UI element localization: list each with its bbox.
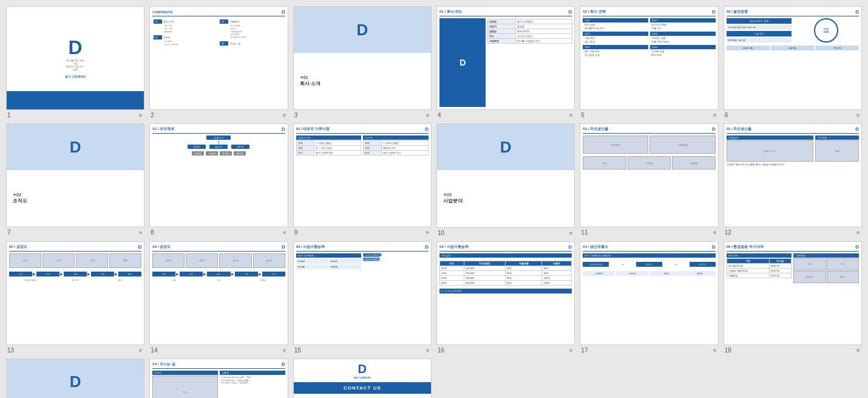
slide-20[interactable]: 04 / 오시는 길 D 위치도 지도 교통편 · 자가용: 경부고속도로 안성… <box>149 359 288 398</box>
slide-2[interactable]: CONTENTS D 01 회사 소개 · 회사 개요· 회사 연혁· 발전방향 <box>149 6 288 110</box>
slide-7-inner: D ✦02 조직도 <box>7 124 144 227</box>
products-right: 기타제품 제품 <box>815 136 859 224</box>
history-col-1: 2010 · 회사 설립· 폐기물처리업 허가 2012 · 사업 확장· 설비… <box>583 18 648 57</box>
slide-15[interactable]: 03 / 사업수행능력 D 동구그린텍(주) 처리용량 처리실적 설비현황 인력… <box>293 241 432 345</box>
slide-1[interactable]: D 폐기물 처리 전문 기업환경부 지정 우수업체 동구그린텍(주) <box>6 6 144 110</box>
dist-arrow-1: → <box>609 262 636 267</box>
slide-wrapper-7: D ✦02 조직도 7 ★ <box>6 123 144 236</box>
contents-sub-03: · 주요생산물· 공정도· 사업수행능력· 생산유통도· 환경법등 허가내역 <box>220 24 283 39</box>
slide-meta-10: 10 ★ <box>436 230 575 236</box>
slide-6[interactable]: 03 / 발전방향 D 환경 친화적 경영 지속 가능한 환경 경영 시스템 구… <box>724 6 862 110</box>
slide-meta-1: 1 ★ <box>6 112 144 118</box>
slide-4[interactable]: 01 / 회사 개요 D D 상호명동구그린텍(주) 대표자홍길동 설립일201… <box>436 6 575 110</box>
slide-18-title: 05 / 환경법등 허가내역 <box>727 244 856 250</box>
org-sub-1: 영업팀 <box>192 151 204 156</box>
slide-meta-4: 4 ★ <box>436 112 575 118</box>
slide-7[interactable]: D ✦02 조직도 <box>6 123 144 227</box>
product-label-1: 재생골재 <box>727 136 814 140</box>
slide-meta-12: 12 ★ <box>724 229 862 236</box>
proc-4: 저장 <box>91 272 114 276</box>
dir-text-1: 지속 가능한 환경 경영 시스템 구축 <box>727 25 792 30</box>
slide-17[interactable]: 04 / 생산유통도 D 동구그린텍(주) 유통경로 건설폐기물 발생 → 수집… <box>580 241 718 345</box>
slide-2-inner: CONTENTS D 01 회사 소개 · 회사 개요· 회사 연혁· 발전방향 <box>150 7 287 109</box>
slide-16-body: 처리실적 연도처리량(톤)재활용률매출액 2020120,00092%80억 2… <box>439 253 572 342</box>
slide-grid: D 폐기물 처리 전문 기업환경부 지정 우수업체 동구그린텍(주) 1 ★ C… <box>6 6 862 398</box>
slide-16-logo: D <box>569 244 572 250</box>
slide-wrapper-11: 01 / 주요생산물 D 재생골재 재활용품 원료 가공품 혼합물 11 <box>580 123 718 236</box>
slide-10-inner: D ✦03 사업분야 <box>437 124 574 227</box>
process-flow-2: 투입 ▶ 분쇄 ▶ 분리 ▶ 세척 ▶ 포장 <box>152 272 285 276</box>
blue-bar <box>7 91 144 109</box>
slide-star-15: ★ <box>425 347 430 354</box>
history-grid: 2010 · 회사 설립· 폐기물처리업 허가 2012 · 사업 확장· 설비… <box>583 18 715 57</box>
slide-15-body: 동구그린텍(주) 처리용량 처리실적 설비현황 인력현황 처리용량 500톤/일 <box>296 253 429 342</box>
product-desc: 건설폐기물 파쇄 및 선별을 통한 고품질 재생골재 생산 <box>727 163 814 166</box>
slide-star-10: ★ <box>568 230 574 236</box>
slide-4-header: 01 / 회사 개요 D <box>439 9 572 16</box>
products-layout: 재생골재 골재 이미지 건설폐기물 파쇄 및 선별을 통한 고품질 재생골재 생… <box>727 136 859 224</box>
slide-3[interactable]: D ✦01 회사 소개 <box>293 6 432 110</box>
director-2-label: 이사 B <box>363 136 429 140</box>
slide-18-logo: D <box>855 244 859 250</box>
history-text-3: · ISO 인증 취득· 우수업체 선정 <box>583 50 648 57</box>
overview-info: 상호명동구그린텍(주) 대표자홍길동 설립일2010.01.01 주소경기도 안… <box>487 18 573 107</box>
slide-num-18: 18 <box>725 347 731 354</box>
slide-9-body: 대표이사 A 학력○○대학교 졸업 경력전 ○○회사 대표 현직동구그린텍 대표… <box>296 136 429 224</box>
process-flow: 반입 ▶ 파쇄 ▶ 선별 ▶ 저장 ▶ 출하 <box>9 272 141 276</box>
slide-1-inner: D 폐기물 처리 전문 기업환경부 지정 우수업체 동구그린텍(주) <box>7 7 144 109</box>
org-node-1: 영업부 <box>188 145 206 149</box>
slide-5[interactable]: 02 / 회사 연혁 D 2010 · 회사 설립· 폐기물처리업 허가 201… <box>580 6 718 110</box>
slide-wrapper-6: 03 / 발전방향 D 환경 친화적 경영 지속 가능한 환경 경영 시스템 구… <box>724 6 862 118</box>
slide-9-header: 02 / 대표자 이력사항 D <box>296 126 429 134</box>
slide-10[interactable]: D ✦03 사업분야 <box>436 123 575 227</box>
slide-wrapper-12: 01 / 주요생산물 D 재생골재 골재 이미지 건설폐기물 파쇄 및 선별을 … <box>724 123 862 236</box>
dist-flow: 건설폐기물 발생 → 수집운반 → 중간처리 <box>583 262 715 267</box>
location-map-area: 위치도 지도 <box>152 371 218 398</box>
slide-14[interactable]: 02 / 공정도 D 설비1 설비2 설비3 설비4 투입 ▶ 분쇄 ▶ <box>149 241 288 345</box>
slide-15-title: 03 / 사업수행능력 <box>296 244 426 250</box>
slide-12[interactable]: 01 / 주요생산물 D 재생골재 골재 이미지 건설폐기물 파쇄 및 선별을 … <box>724 123 862 227</box>
slide-13-body: 반입 파쇄 선별 출하 반입 ▶ 파쇄 ▶ 선별 ▶ 저장 ▶ 출하 <box>9 253 141 342</box>
slide-meta-18: 18 ★ <box>724 347 862 354</box>
product-img-2: 재활용품 <box>649 136 715 154</box>
slide-meta-8: 8 ★ <box>149 229 288 236</box>
slide-wrapper-16: 03 / 사업수행능력 D 처리실적 연도처리량(톤)재활용률매출액 20201… <box>436 241 575 354</box>
product-side-img: 제품 <box>815 140 859 162</box>
contact-header: D 동구그린텍(주) <box>294 359 431 382</box>
slide-21[interactable]: D 동구그린텍(주) CONTACT US ☎ 031-000-0000 📠 0… <box>293 359 432 398</box>
slide-11[interactable]: 01 / 주요생산물 D 재생골재 재활용품 원료 가공품 혼합물 <box>580 123 718 227</box>
slide-star-17: ★ <box>712 347 717 354</box>
slide-num-16: 16 <box>438 347 444 354</box>
slide-wrapper-9: 02 / 대표자 이력사항 D 대표이사 A 학력○○대학교 졸업 경력전 ○○… <box>293 123 432 236</box>
slide-wrapper-20: 04 / 오시는 길 D 위치도 지도 교통편 · 자가용: 경부고속도로 안성… <box>149 359 288 398</box>
proc2-5: 포장 <box>262 272 285 276</box>
org-row-2: 영업부 생산부 관리부 <box>188 145 249 149</box>
slide-13[interactable]: 02 / 공정도 D 반입 파쇄 선별 출하 반입 ▶ 파쇄 ▶ <box>6 241 144 345</box>
dist-outputs: 건설현장 도로공사 성토재 재판매 <box>583 271 715 276</box>
contents-sub-02: · 조직체계· 대표자 이력사항 <box>154 40 217 46</box>
slide-19[interactable]: D ✦04 오시는 길 <box>6 359 144 398</box>
ability-item-2: 처리실적 <box>329 259 361 264</box>
slide-17-header: 04 / 생산유통도 D <box>583 244 715 252</box>
location-transport: 교통편 · 자가용: 경부고속도로 안성IC → 15분 · 버스: 안성터미널… <box>220 371 285 398</box>
slide-num-10: 10 <box>438 230 444 236</box>
ability-items: 처리용량 처리실적 설비현황 인력현황 <box>296 259 362 269</box>
org-line-1 <box>219 141 219 143</box>
slide-meta-15: 15 ★ <box>293 347 432 354</box>
slide-num-11: 11 <box>581 229 588 236</box>
perf-label: 처리실적 <box>439 253 572 258</box>
cert-img-1: ISO <box>793 258 826 270</box>
proc2-3: 분리 <box>207 272 230 276</box>
slide-meta-9: 9 ★ <box>293 229 432 236</box>
ability-left: 동구그린텍(주) 처리용량 처리실적 설비현황 인력현황 <box>296 253 362 269</box>
slide-18[interactable]: 05 / 환경법등 허가내역 D 허가내역 구분허가일 폐기물처리업2010.0… <box>724 241 862 345</box>
proc-3: 선별 <box>64 272 87 276</box>
director-2: 이사 B 학력○○대학교 졸업 경력환경부 근무 현직동구그린텍 이사 <box>363 136 429 156</box>
slide-16[interactable]: 03 / 사업수행능력 D 처리실적 연도처리량(톤)재활용률매출액 20201… <box>436 241 575 345</box>
slide-9[interactable]: 02 / 대표자 이력사항 D 대표이사 A 학력○○대학교 졸업 경력전 ○○… <box>293 123 432 227</box>
slide-2-header: CONTENTS D <box>152 9 285 16</box>
slide-wrapper-15: 03 / 사업수행능력 D 동구그린텍(주) 처리용량 처리실적 설비현황 인력… <box>293 241 432 354</box>
slide-8[interactable]: 01 / 조직체계 D 대표이사 영업부 생산부 관리부 영업팀 <box>149 123 288 227</box>
slide-num-3: 3 <box>294 112 298 118</box>
slide-12-logo: D <box>855 126 859 132</box>
